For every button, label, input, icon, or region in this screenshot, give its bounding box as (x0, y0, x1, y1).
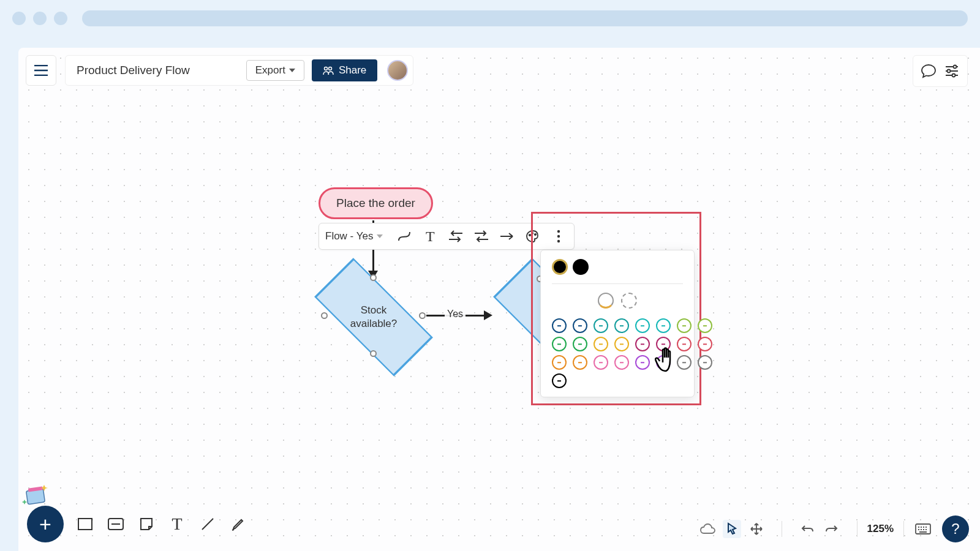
swap-both-icon (473, 230, 489, 242)
swap-left-icon (448, 230, 464, 242)
keyboard-shortcuts-button[interactable] (914, 520, 932, 538)
color-swatch[interactable] (698, 318, 712, 333)
color-swatch[interactable] (677, 318, 692, 333)
settings-button[interactable] (941, 61, 962, 81)
color-swatch[interactable] (677, 337, 692, 351)
browser-dot (12, 12, 26, 25)
color-swatch[interactable] (552, 337, 567, 351)
color-swatch[interactable] (552, 373, 567, 388)
line-icon (200, 516, 216, 532)
color-swatch[interactable] (698, 355, 712, 370)
dashed-style-swatch[interactable] (621, 293, 637, 309)
resize-handle[interactable] (419, 312, 426, 319)
chevron-down-icon (377, 234, 383, 238)
browser-dot (54, 12, 67, 25)
color-swatch[interactable] (614, 337, 629, 351)
solid-style-swatch[interactable] (598, 293, 614, 309)
redo-icon (825, 524, 839, 534)
zoom-level[interactable]: 125% (867, 523, 894, 535)
resize-handle[interactable] (370, 274, 377, 281)
color-swatch[interactable] (594, 355, 608, 370)
connector-type-dropdown[interactable]: Flow - Yes (325, 230, 388, 242)
color-swatch[interactable] (614, 318, 629, 333)
document-title[interactable]: Product Delivery Flow (77, 64, 190, 77)
decision-label: Stock available? (325, 280, 423, 354)
color-swatch[interactable] (656, 337, 671, 351)
pan-tool[interactable] (747, 520, 766, 538)
color-swatch[interactable] (594, 318, 608, 333)
avatar[interactable] (387, 60, 408, 81)
sticky-note-icon (139, 517, 154, 531)
move-icon (750, 522, 763, 536)
rectangle-tool[interactable] (76, 515, 94, 533)
card-icon (107, 517, 124, 531)
browser-chrome (0, 0, 980, 37)
undo-button[interactable] (798, 520, 816, 538)
card-tool[interactable] (107, 515, 125, 533)
resize-handle[interactable] (321, 312, 328, 319)
svg-rect-13 (78, 519, 92, 530)
help-button[interactable]: ? (942, 515, 969, 542)
line-tool[interactable] (198, 515, 217, 533)
color-swatch[interactable] (635, 355, 650, 370)
separator (782, 521, 782, 537)
line-color-swatch-selected[interactable] (552, 259, 568, 275)
pointer-tool[interactable] (723, 520, 741, 538)
color-swatch[interactable] (552, 318, 567, 333)
browser-address-bar[interactable] (82, 10, 968, 26)
rectangle-icon (77, 517, 93, 531)
swap-direction-button[interactable] (447, 227, 465, 246)
browser-dot (33, 12, 47, 25)
color-swatch[interactable] (594, 337, 608, 351)
svg-point-4 (952, 74, 956, 77)
undo-icon (801, 524, 814, 534)
sticky-note-tool[interactable] (137, 515, 156, 533)
color-swatch[interactable] (552, 355, 567, 370)
cloud-icon (699, 523, 715, 535)
connector-label[interactable]: Yes (445, 309, 466, 320)
arrow-right-button[interactable] (498, 227, 516, 246)
highlighter-tool[interactable] (229, 515, 247, 533)
cursor-icon (726, 522, 738, 536)
line-style-button[interactable] (395, 227, 413, 246)
color-swatch[interactable] (635, 318, 650, 333)
color-swatch[interactable] (573, 355, 587, 370)
terminator-label: Place the order (336, 197, 415, 209)
help-icon: ? (951, 520, 959, 538)
separator (903, 521, 904, 537)
color-swatch[interactable] (698, 337, 712, 351)
hamburger-icon (34, 65, 48, 76)
color-grid (552, 318, 683, 388)
svg-point-2 (954, 66, 957, 69)
add-shape-button[interactable]: + (27, 506, 64, 542)
color-swatch[interactable] (635, 337, 650, 351)
swap-both-button[interactable] (472, 227, 491, 246)
terminator-shape[interactable]: Place the order (318, 187, 433, 219)
cloud-sync-button[interactable] (698, 520, 717, 538)
svg-point-0 (324, 67, 327, 70)
comments-button[interactable] (918, 61, 939, 81)
color-swatch[interactable] (573, 337, 587, 351)
color-swatch[interactable] (656, 318, 671, 333)
color-swatch[interactable] (573, 318, 587, 333)
resize-handle[interactable] (370, 350, 377, 357)
hamburger-menu-button[interactable] (26, 55, 56, 86)
share-button[interactable]: Share (312, 59, 377, 81)
plus-icon: + (39, 512, 51, 536)
color-swatch[interactable] (656, 355, 671, 370)
color-swatch[interactable] (614, 355, 629, 370)
export-button[interactable]: Export (246, 60, 304, 81)
color-picker-popover (540, 250, 695, 397)
text-style-button[interactable]: T (421, 227, 439, 246)
line-color-swatch[interactable] (573, 259, 589, 275)
divider (552, 283, 683, 284)
redo-button[interactable] (823, 520, 841, 538)
decision-shape[interactable]: Stock available? (325, 280, 423, 354)
svg-point-1 (328, 67, 331, 70)
chevron-down-icon (289, 69, 295, 72)
sparkle-decoration-icon (22, 482, 49, 506)
color-swatch[interactable] (677, 355, 692, 370)
bottom-toolbar-right: 125% ? (692, 515, 969, 542)
arrow-right-icon (499, 232, 515, 241)
text-tool[interactable]: T (168, 515, 186, 533)
